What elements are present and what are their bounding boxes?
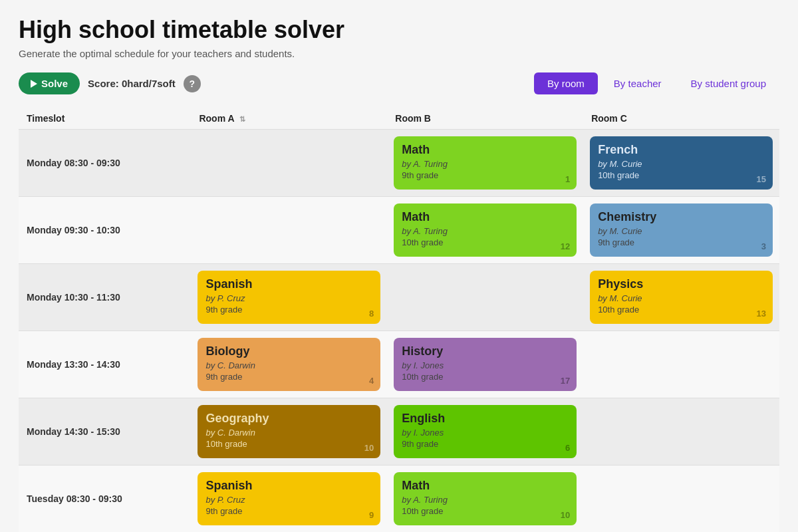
play-icon: [31, 80, 37, 88]
timetable: Timeslot Room A ⇅ Room B Room C Monday 0…: [19, 108, 779, 532]
lesson-number: 6: [565, 443, 570, 453]
lesson-subject: Chemistry: [598, 210, 765, 224]
lesson-number: 9: [369, 510, 374, 520]
lesson-subject: Geography: [205, 412, 372, 426]
room-cell-a: [191, 197, 387, 264]
lesson-subject: French: [598, 143, 765, 157]
lesson-grade: 10th grade: [402, 372, 569, 382]
col-room-c: Room C: [583, 108, 779, 130]
timeslot-cell: Monday 13:30 - 14:30: [19, 331, 191, 398]
table-row: Monday 09:30 - 10:30Mathby A. Turing10th…: [19, 197, 779, 264]
view-tabs: By room By teacher By student group: [534, 72, 779, 94]
lesson-card[interactable]: Mathby A. Turing10th grade12: [394, 203, 577, 257]
lesson-teacher: by I. Jones: [402, 360, 569, 370]
lesson-teacher: by A. Turing: [402, 495, 569, 505]
lesson-grade: 10th grade: [402, 506, 569, 516]
toolbar: Solve Score: 0hard/7soft ? By room By te…: [19, 72, 779, 94]
page-subtitle: Generate the optimal schedule for your t…: [19, 48, 779, 59]
lesson-grade: 10th grade: [598, 170, 765, 180]
lesson-teacher: by I. Jones: [402, 428, 569, 438]
room-cell-c: [583, 331, 779, 398]
lesson-card[interactable]: Biologyby C. Darwin9th grade4: [198, 338, 380, 391]
room-cell-c: Chemistryby M. Curie9th grade3: [583, 197, 779, 264]
col-room-b: Room B: [387, 108, 583, 130]
lesson-teacher: by C. Darwin: [205, 428, 372, 438]
table-row: Monday 10:30 - 11:30Spanishby P. Cruz9th…: [19, 264, 779, 331]
lesson-subject: Spanish: [205, 479, 372, 493]
lesson-card[interactable]: Historyby I. Jones10th grade17: [394, 338, 577, 391]
help-button[interactable]: ?: [184, 75, 201, 92]
lesson-grade: 10th grade: [205, 439, 372, 449]
room-cell-c: [583, 466, 779, 533]
room-cell-b: Mathby A. Turing9th grade1: [387, 130, 583, 197]
lesson-number: 12: [561, 241, 570, 251]
lesson-number: 15: [757, 174, 766, 184]
lesson-teacher: by P. Cruz: [205, 495, 372, 505]
room-cell-c: [583, 398, 779, 466]
tab-by-student-group[interactable]: By student group: [678, 72, 779, 94]
table-row: Monday 13:30 - 14:30Biologyby C. Darwin9…: [19, 331, 779, 398]
timeslot-cell: Tuesday 08:30 - 09:30: [19, 466, 191, 533]
lesson-grade: 9th grade: [205, 305, 372, 315]
lesson-grade: 10th grade: [402, 237, 569, 247]
table-row: Monday 08:30 - 09:30Mathby A. Turing9th …: [19, 130, 779, 197]
lesson-card[interactable]: Mathby A. Turing10th grade10: [394, 472, 577, 525]
lesson-subject: Math: [402, 210, 569, 224]
sort-icon-a: ⇅: [239, 115, 245, 124]
table-row: Tuesday 08:30 - 09:30Spanishby P. Cruz9t…: [19, 466, 779, 533]
lesson-number: 17: [561, 376, 570, 386]
room-cell-b: Historyby I. Jones10th grade17: [387, 331, 583, 398]
lesson-number: 1: [565, 174, 570, 184]
lesson-number: 10: [561, 510, 570, 520]
col-room-a: Room A ⇅: [191, 108, 387, 130]
room-cell-b: Mathby A. Turing10th grade10: [387, 466, 583, 533]
lesson-teacher: by C. Darwin: [205, 360, 372, 370]
tab-by-teacher[interactable]: By teacher: [600, 72, 675, 94]
room-cell-b: Englishby I. Jones9th grade6: [387, 398, 583, 466]
room-cell-a: Biologyby C. Darwin9th grade4: [191, 331, 387, 398]
lesson-grade: 9th grade: [402, 170, 569, 180]
lesson-teacher: by M. Curie: [598, 293, 765, 303]
score-label: Score: 0hard/7soft: [88, 78, 176, 89]
room-cell-a: Spanishby P. Cruz9th grade9: [191, 466, 387, 533]
lesson-grade: 9th grade: [205, 506, 372, 516]
page-title: High school timetable solver: [19, 16, 779, 44]
room-cell-a: [191, 130, 387, 197]
lesson-teacher: by A. Turing: [402, 159, 569, 169]
lesson-number: 8: [369, 309, 374, 319]
lesson-grade: 9th grade: [205, 372, 372, 382]
lesson-card[interactable]: Physicsby M. Curie10th grade13: [590, 271, 773, 324]
room-cell-a: Spanishby P. Cruz9th grade8: [191, 264, 387, 331]
lesson-subject: Physics: [598, 277, 765, 291]
room-cell-c: Physicsby M. Curie10th grade13: [583, 264, 779, 331]
lesson-number: 13: [757, 309, 766, 319]
lesson-subject: Biology: [205, 344, 372, 358]
lesson-card[interactable]: Mathby A. Turing9th grade1: [394, 136, 577, 190]
lesson-card[interactable]: Spanishby P. Cruz9th grade9: [198, 472, 380, 525]
lesson-card[interactable]: Geographyby C. Darwin10th grade10: [198, 405, 380, 458]
lesson-teacher: by P. Cruz: [205, 293, 372, 303]
lesson-teacher: by M. Curie: [598, 226, 765, 236]
lesson-subject: Math: [402, 479, 569, 493]
lesson-card[interactable]: Frenchby M. Curie10th grade15: [590, 136, 773, 190]
lesson-teacher: by M. Curie: [598, 159, 765, 169]
page-container: High school timetable solver Generate th…: [0, 0, 798, 532]
lesson-teacher: by A. Turing: [402, 226, 569, 236]
lesson-number: 4: [369, 376, 374, 386]
timeslot-cell: Monday 08:30 - 09:30: [19, 130, 191, 197]
tab-by-room[interactable]: By room: [534, 72, 598, 94]
timeslot-cell: Monday 09:30 - 10:30: [19, 197, 191, 264]
table-row: Monday 14:30 - 15:30Geographyby C. Darwi…: [19, 398, 779, 466]
lesson-grade: 10th grade: [598, 305, 765, 315]
toolbar-left: Solve Score: 0hard/7soft ?: [19, 72, 201, 94]
solve-label: Solve: [41, 78, 68, 89]
lesson-subject: English: [402, 412, 569, 426]
lesson-grade: 9th grade: [402, 439, 569, 449]
lesson-card[interactable]: Englishby I. Jones9th grade6: [394, 405, 577, 458]
lesson-grade: 9th grade: [598, 237, 765, 247]
lesson-card[interactable]: Spanishby P. Cruz9th grade8: [198, 271, 380, 324]
room-cell-a: Geographyby C. Darwin10th grade10: [191, 398, 387, 466]
lesson-number: 3: [761, 241, 766, 251]
lesson-card[interactable]: Chemistryby M. Curie9th grade3: [590, 203, 773, 257]
solve-button[interactable]: Solve: [19, 72, 80, 94]
